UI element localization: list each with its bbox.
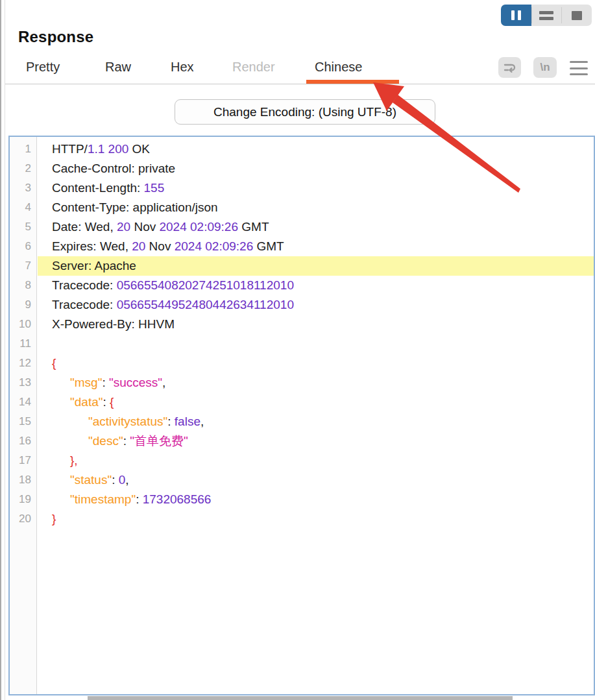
- editor-lines: 1HTTP/1.1 200 OK2Cache-Control: private3…: [10, 139, 594, 529]
- line-number: 5: [10, 217, 38, 237]
- line-number: 18: [10, 470, 38, 490]
- code-line: 19"timestamp": 1732068566: [10, 490, 594, 509]
- pause-button[interactable]: [501, 5, 531, 26]
- line-number: 15: [10, 412, 38, 431]
- line-number: 8: [10, 276, 38, 295]
- code-line: 17},: [10, 451, 594, 470]
- line-number: 13: [10, 373, 38, 392]
- code-line: 6Expires: Wed, 20 Nov 2024 02:09:26 GMT: [10, 237, 594, 256]
- line-number: 17: [10, 451, 38, 470]
- line-number: 2: [10, 159, 38, 178]
- code-line: 14"data": {: [10, 392, 594, 412]
- intercept-control-group: [501, 5, 592, 26]
- code-line: 3Content-Length: 155: [10, 178, 594, 198]
- page-title: Response: [18, 28, 93, 46]
- pause-icon: [511, 10, 521, 20]
- tab-pretty[interactable]: Pretty: [26, 60, 60, 75]
- tab-bar: Pretty Raw Hex Render Chinese \n: [5, 56, 595, 84]
- line-number: 7: [10, 256, 38, 276]
- line-number: 16: [10, 431, 38, 451]
- line-number: 10: [10, 315, 38, 334]
- window-border: [0, 0, 1, 700]
- code-line: 15"activitystatus": false,: [10, 412, 594, 431]
- code-line: 13"msg": "success",: [10, 373, 594, 392]
- active-tab-underline: [306, 80, 399, 84]
- word-wrap-button[interactable]: [498, 57, 521, 78]
- line-number: 3: [10, 178, 38, 198]
- horizontal-scrollbar[interactable]: [88, 696, 513, 700]
- line-number: 19: [10, 490, 38, 509]
- code-line: 7Server: Apache: [10, 256, 594, 276]
- tab-render[interactable]: Render: [232, 60, 275, 75]
- code-line: 1HTTP/1.1 200 OK: [10, 139, 594, 159]
- line-number: 4: [10, 198, 38, 217]
- code-line: 16"desc": "首单免费": [10, 431, 594, 451]
- line-number: 1: [10, 139, 38, 159]
- word-wrap-icon: [503, 61, 516, 74]
- line-number: 9: [10, 295, 38, 315]
- hamburger-icon: [570, 61, 588, 63]
- line-number: 11: [10, 334, 38, 354]
- change-encoding-button[interactable]: Change Encoding: (Using UTF-8): [175, 99, 435, 125]
- newline-button[interactable]: \n: [533, 57, 557, 78]
- stop-button[interactable]: [561, 5, 592, 26]
- code-line: 5Date: Wed, 20 Nov 2024 02:09:26 GMT: [10, 217, 594, 237]
- response-editor[interactable]: 1HTTP/1.1 200 OK2Cache-Control: private3…: [8, 136, 595, 695]
- tab-raw[interactable]: Raw: [105, 60, 131, 75]
- panel-border: [5, 0, 5, 700]
- code-line: 10X-Powered-By: HHVM: [10, 315, 594, 334]
- code-line: 4Content-Type: application/json: [10, 198, 594, 217]
- response-panel: Response Pretty Raw Hex Render Chinese \…: [0, 0, 595, 700]
- line-number: 20: [10, 509, 38, 529]
- menu-button[interactable]: [570, 61, 588, 75]
- code-line: 20}: [10, 509, 594, 529]
- code-line: 18"status": 0,: [10, 470, 594, 490]
- code-line: 12{: [10, 354, 594, 373]
- newline-label: \n: [540, 61, 550, 74]
- line-number: 12: [10, 354, 38, 373]
- line-number: 14: [10, 392, 38, 412]
- list-button[interactable]: [531, 5, 562, 26]
- tab-hex[interactable]: Hex: [171, 60, 194, 75]
- stop-icon: [572, 11, 582, 20]
- code-line: 9Tracecode: 05665544952480442634112010: [10, 295, 594, 315]
- line-number: 6: [10, 237, 38, 256]
- list-icon: [539, 8, 553, 23]
- tab-chinese[interactable]: Chinese: [315, 60, 362, 75]
- code-line: 2Cache-Control: private: [10, 159, 594, 178]
- code-line: 8Tracecode: 05665540820274251018112010: [10, 276, 594, 295]
- code-line: 11: [10, 334, 594, 354]
